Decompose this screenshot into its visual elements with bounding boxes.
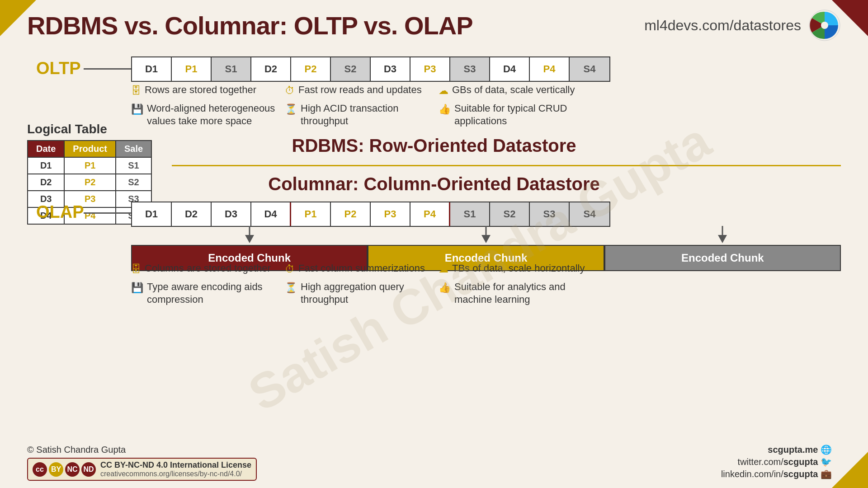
clock-icon-2: ⏱ bbox=[285, 263, 295, 276]
encoded-chunk-3: Encoded Chunk bbox=[604, 245, 841, 271]
footer-left: © Satish Chandra Gupta cc BY NC ND CC BY… bbox=[27, 445, 257, 481]
cell-s1: S1 bbox=[212, 57, 251, 81]
oltp-bullet-col3: ☁ GBs of data, scale vertically 👍 Suitab… bbox=[439, 84, 592, 132]
hourglass-icon-1: ⏳ bbox=[285, 103, 297, 116]
cell-sale-1: S1 bbox=[116, 157, 151, 174]
arrow-down-1 bbox=[131, 226, 368, 243]
oltp-row-bar: D1 P1 S1 D2 P2 S2 D3 P3 S3 D4 P4 S4 bbox=[131, 56, 610, 82]
rdbms-title: RDBMS: Row-Oriented Datastore bbox=[0, 136, 868, 156]
logo-icon bbox=[808, 9, 841, 42]
copyright: © Satish Chandra Gupta bbox=[27, 445, 257, 455]
table-row: D1 P1 S1 bbox=[28, 157, 151, 174]
olap-bullet-analytics: 👍 Suitable for analytics and machine lea… bbox=[439, 281, 592, 306]
cell-d3: D3 bbox=[371, 57, 410, 81]
encoded-arrows bbox=[131, 226, 841, 243]
cell-d4: D4 bbox=[490, 57, 530, 81]
section-divider bbox=[172, 165, 841, 166]
cell-s4-last: S4 bbox=[570, 57, 609, 81]
cc-icon-nc: NC bbox=[65, 462, 80, 477]
olap-bullet-col2: ⏱ Fast column summerizations ⏳ High aggr… bbox=[285, 262, 439, 311]
footer-website1: scgupta.me 🌐 bbox=[721, 444, 832, 455]
header-right: ml4devs.com/datastores bbox=[644, 9, 841, 42]
cloud-icon-1: ☁ bbox=[439, 84, 448, 98]
olap-cell-p3: P3 bbox=[371, 202, 410, 226]
arrow-down-2 bbox=[368, 226, 604, 243]
footer-right: scgupta.me 🌐 twitter.com/scgupta 🐦 linke… bbox=[721, 444, 832, 481]
header: RDBMS vs. Columnar: OLTP vs. OLAP ml4dev… bbox=[27, 9, 841, 42]
hourglass-icon-2: ⏳ bbox=[285, 282, 297, 295]
cell-d1: D1 bbox=[132, 57, 172, 81]
cc-icons: cc BY NC ND bbox=[33, 462, 96, 477]
olap-cell-p4: P4 bbox=[410, 202, 450, 226]
cc-license-badge: cc BY NC ND CC BY-NC-ND 4.0 Internationa… bbox=[27, 458, 257, 481]
footer: © Satish Chandra Gupta cc BY NC ND CC BY… bbox=[27, 444, 832, 481]
svg-marker-7 bbox=[718, 235, 727, 243]
olap-cell-d3: D3 bbox=[212, 202, 251, 226]
olap-bullet-aggregation: ⏳ High aggregation query throughput bbox=[285, 281, 439, 306]
website-link[interactable]: ml4devs.com/datastores bbox=[644, 17, 801, 34]
svg-marker-3 bbox=[245, 235, 254, 243]
cc-icon-by: BY bbox=[49, 462, 63, 477]
olap-label: OLAP bbox=[36, 202, 84, 222]
cc-icon-nd: ND bbox=[81, 462, 96, 477]
olap-bullet-encoding: 💾 Type aware encoding aids compression bbox=[131, 281, 285, 306]
svg-marker-5 bbox=[481, 235, 491, 243]
cloud-icon-2: ☁ bbox=[439, 263, 448, 276]
olap-cell-s1: S1 bbox=[450, 202, 490, 226]
olap-cell-p1: P1 bbox=[291, 202, 331, 226]
oltp-bullet-word-aligned: 💾 Word-aligned heterogeneous values take… bbox=[131, 102, 285, 128]
olap-cell-d4: D4 bbox=[251, 202, 291, 226]
thumb-icon-1: 👍 bbox=[439, 103, 451, 116]
oltp-bullet-gbs: ☁ GBs of data, scale vertically bbox=[439, 84, 592, 98]
oltp-label: OLTP bbox=[36, 59, 81, 78]
arrow-down-3 bbox=[604, 226, 841, 243]
olap-col-bar: D1 D2 D3 D4 P1 P2 P3 P4 S1 S2 S3 S4 bbox=[131, 202, 610, 227]
olap-cell-p2: P2 bbox=[331, 202, 371, 226]
footer-linkedin: linkedin.com/in/scgupta 💼 bbox=[721, 469, 832, 479]
olap-bullet-tbs: ☁ TBs of data, scale horizontally bbox=[439, 262, 592, 276]
oltp-bullet-fast-reads: ⏱ Fast row reads and updates bbox=[285, 84, 439, 98]
oltp-bullet-acid: ⏳ High ACID transaction throughput bbox=[285, 102, 439, 128]
page-title: RDBMS vs. Columnar: OLTP vs. OLAP bbox=[27, 11, 473, 40]
svg-point-1 bbox=[821, 22, 828, 29]
save-icon-1: 💾 bbox=[131, 103, 143, 116]
corner-decoration-bottom-right bbox=[832, 452, 868, 488]
olap-bullet-col1: 🗄 Columns are stored together 💾 Type awa… bbox=[131, 262, 285, 311]
olap-cell-s4: S4 bbox=[570, 202, 609, 226]
olap-cell-d2: D2 bbox=[172, 202, 212, 226]
olap-bullet-fast-col: ⏱ Fast column summerizations bbox=[285, 262, 439, 276]
db-icon-2: 🗄 bbox=[131, 263, 141, 276]
olap-bullet-col3: ☁ TBs of data, scale horizontally 👍 Suit… bbox=[439, 262, 592, 311]
oltp-bullet-col1: 🗄 Rows are stored together 💾 Word-aligne… bbox=[131, 84, 285, 132]
cell-p3: P3 bbox=[410, 57, 450, 81]
olap-cell-s3: S3 bbox=[530, 202, 570, 226]
cc-license-text: CC BY-NC-ND 4.0 International License cr… bbox=[100, 460, 251, 478]
oltp-bullet-crud: 👍 Suitable for typical CRUD applications bbox=[439, 102, 592, 128]
columnar-title: Columnar: Column-Oriented Datastore bbox=[0, 174, 868, 194]
cell-p2: P2 bbox=[291, 57, 331, 81]
oltp-bullet-rows-stored: 🗄 Rows are stored together bbox=[131, 84, 285, 98]
clock-icon-1: ⏱ bbox=[285, 84, 295, 98]
footer-twitter: twitter.com/scgupta 🐦 bbox=[721, 456, 832, 467]
cell-product-1: P1 bbox=[64, 157, 116, 174]
cell-date-1: D1 bbox=[28, 157, 64, 174]
olap-bullets: 🗄 Columns are stored together 💾 Type awa… bbox=[131, 262, 592, 311]
olap-bullet-cols-stored: 🗄 Columns are stored together bbox=[131, 262, 285, 276]
db-icon-1: 🗄 bbox=[131, 84, 141, 98]
olap-cell-d1: D1 bbox=[132, 202, 172, 226]
oltp-bullet-col2: ⏱ Fast row reads and updates ⏳ High ACID… bbox=[285, 84, 439, 132]
olap-arrow bbox=[84, 212, 138, 214]
olap-cell-s2: S2 bbox=[490, 202, 530, 226]
cell-s2: S2 bbox=[331, 57, 371, 81]
oltp-arrow bbox=[84, 68, 138, 70]
thumb-icon-2: 👍 bbox=[439, 282, 451, 295]
logical-table-title: Logical Table bbox=[27, 122, 152, 136]
cell-p4: P4 bbox=[530, 57, 570, 81]
save-icon-2: 💾 bbox=[131, 282, 143, 295]
cell-p1: P1 bbox=[172, 57, 212, 81]
cc-icon-cc: cc bbox=[33, 462, 47, 477]
cell-d2: D2 bbox=[251, 57, 291, 81]
oltp-bullets: 🗄 Rows are stored together 💾 Word-aligne… bbox=[131, 84, 592, 132]
cell-s3: S3 bbox=[450, 57, 490, 81]
